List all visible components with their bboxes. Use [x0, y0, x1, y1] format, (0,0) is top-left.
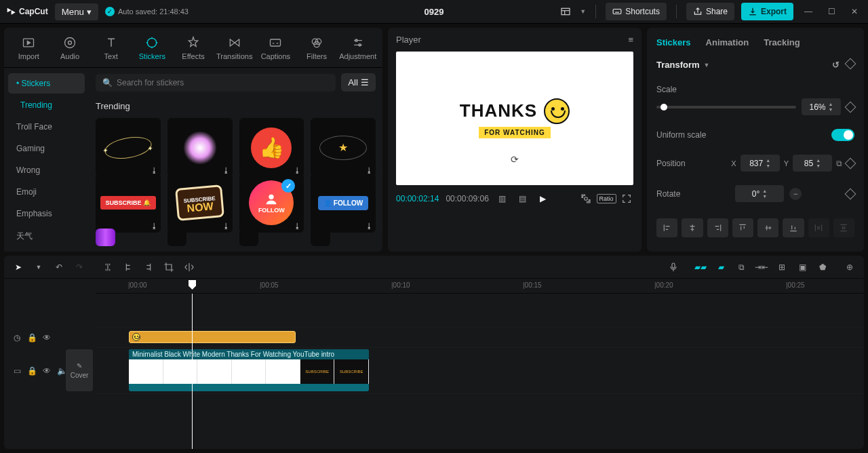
scale-value[interactable]: 16%▲▼	[802, 98, 841, 115]
link-clips-icon[interactable]: ⧉	[734, 260, 749, 275]
lock-icon[interactable]: 🔒	[27, 366, 37, 376]
keyframe-icon[interactable]	[845, 58, 856, 70]
uniform-scale-toggle[interactable]	[831, 129, 854, 141]
share-button[interactable]: Share	[686, 3, 734, 20]
inspector-tab-animation[interactable]: Animation	[706, 37, 749, 47]
trim-left-tool[interactable]	[121, 260, 136, 275]
reset-icon[interactable]: ↺	[832, 60, 840, 70]
fullscreen-icon[interactable]	[620, 192, 633, 205]
keyframe-icon[interactable]	[845, 101, 856, 113]
sticker-subscribe-pill[interactable]: SUBSCRIBE 🔔⭳	[96, 174, 161, 233]
position-y[interactable]: 85▲▼	[793, 155, 832, 172]
category-gaming[interactable]: Gaming	[8, 138, 85, 159]
select-mode-chevron[interactable]: ▼	[31, 260, 46, 275]
eye-icon[interactable]: 👁	[42, 333, 52, 342]
video-preview[interactable]: THANKS FOR WATCHING ⟳	[396, 52, 633, 185]
menu-button[interactable]: Menu▾	[55, 3, 98, 20]
sticker-item[interactable]	[239, 229, 259, 246]
window-minimize-icon[interactable]: —	[800, 3, 816, 20]
tab-effects[interactable]: Effects	[173, 32, 214, 67]
split-tool[interactable]	[100, 260, 115, 275]
snap-icon[interactable]: ⇥⇤	[754, 260, 769, 275]
scale-slider[interactable]	[656, 106, 796, 109]
sticker-follow-badge[interactable]: ✓FOLLOW⭳	[239, 174, 304, 233]
magnet-main-icon[interactable]: ▰▰	[693, 260, 708, 275]
category-wrong[interactable]: Wrong	[8, 160, 85, 180]
timeline-ruler[interactable]: |00:00 |00:05 |00:10 |00:15 |00:20 |00:2…	[96, 279, 864, 294]
tab-import[interactable]: Import	[8, 32, 50, 67]
track-rows[interactable]: ✎ Cover Minimalist Black White Modern Th…	[96, 294, 864, 449]
tab-filters[interactable]: Filters	[296, 32, 338, 67]
rotate-reset[interactable]: −	[789, 188, 802, 200]
clock-icon[interactable]: ◷	[12, 333, 22, 342]
category-weather[interactable]: 天气	[8, 225, 85, 248]
video-track[interactable]: ✎ Cover Minimalist Black White Modern Th…	[96, 348, 864, 394]
category-emoji[interactable]: Emoji	[8, 182, 85, 202]
undo-button[interactable]: ↶	[52, 260, 66, 275]
trim-right-tool[interactable]	[141, 260, 156, 275]
inspector-tab-stickers[interactable]: Stickers	[656, 37, 691, 47]
lock-icon[interactable]: 🔒	[27, 333, 37, 342]
sticker-gold-ring[interactable]: ⭳	[96, 118, 161, 177]
marker-icon[interactable]: ⬟	[815, 260, 830, 275]
tab-text[interactable]: Text	[90, 32, 132, 67]
align-right[interactable]	[707, 218, 728, 237]
record-vo-icon[interactable]	[666, 260, 681, 275]
tab-adjustment[interactable]: Adjustment	[337, 32, 378, 67]
sticker-subscribe-now[interactable]: SUBSCRIBENOW⭳	[167, 174, 233, 233]
cover-button[interactable]: ✎ Cover	[66, 349, 93, 391]
download-icon[interactable]: ⭳	[222, 222, 230, 230]
category-troll-face[interactable]: Troll Face	[8, 117, 85, 137]
sticker-clip[interactable]	[129, 331, 296, 343]
category-root-stickers[interactable]: • Stickers	[8, 73, 85, 94]
select-tool[interactable]: ➤	[11, 260, 26, 275]
align-top[interactable]	[732, 218, 753, 237]
track-option-icon[interactable]: ▣	[795, 260, 810, 275]
tab-audio[interactable]: Audio	[50, 32, 91, 67]
category-trending[interactable]: Trending	[8, 95, 85, 115]
download-icon[interactable]: ⭳	[366, 222, 373, 230]
eye-icon[interactable]: 👁	[42, 366, 52, 376]
category-emphasis[interactable]: Emphasis	[8, 203, 85, 224]
sticker-pink-spark[interactable]: ⭳	[167, 118, 233, 177]
align-hcenter[interactable]	[682, 218, 703, 237]
sticker-track[interactable]	[96, 328, 864, 348]
mute-icon[interactable]: 🔈	[57, 366, 66, 376]
rotate-value[interactable]: 0°▲▼	[735, 185, 784, 202]
keyframe-icon[interactable]	[845, 157, 856, 169]
layout-presets-button[interactable]	[558, 4, 573, 19]
chevron-down-icon[interactable]: ▼	[704, 62, 710, 68]
sticker-thumbs-up[interactable]: 👍⭳	[239, 118, 304, 177]
crop-icon[interactable]	[579, 192, 593, 205]
link-icon[interactable]: ⧉	[836, 159, 842, 168]
tab-captions[interactable]: Captions	[255, 32, 296, 67]
inspector-tab-tracking[interactable]: Tracking	[764, 37, 800, 47]
sticker-purple-glow[interactable]	[96, 229, 115, 246]
keyframe-icon[interactable]	[845, 188, 856, 199]
download-icon[interactable]: ⭳	[294, 222, 301, 230]
search-box[interactable]: 🔍	[96, 74, 336, 92]
sticker-star-orbit[interactable]: ⭳	[311, 118, 376, 177]
player-menu-icon[interactable]: ≡	[628, 35, 633, 45]
filter-all-button[interactable]: All ☰	[341, 73, 376, 92]
crop-tool[interactable]	[161, 260, 176, 275]
video-clip[interactable]: Minimalist Black White Modern Thanks For…	[129, 349, 369, 391]
align-left[interactable]	[656, 218, 677, 237]
sticker-follow-pill[interactable]: 👤 FOLLOW⭳	[311, 174, 376, 233]
video-icon[interactable]: ▭	[12, 366, 22, 376]
tab-transitions[interactable]: Transitions	[214, 32, 255, 67]
ratio-button[interactable]: Ratio	[599, 192, 613, 205]
shortcuts-button[interactable]: Shortcuts	[606, 3, 667, 20]
magnet-track-icon[interactable]: ▰	[713, 260, 728, 275]
export-button[interactable]: Export	[741, 3, 793, 20]
align-vcenter[interactable]	[757, 218, 778, 237]
align-bottom[interactable]	[783, 218, 804, 237]
play-button[interactable]: ▶	[536, 192, 550, 205]
compare-b-icon[interactable]: ▤	[516, 192, 530, 205]
search-input[interactable]	[117, 78, 329, 87]
sticker-item[interactable]	[167, 229, 187, 246]
window-close-icon[interactable]: ✕	[846, 3, 863, 20]
preview-axis-icon[interactable]: ⊞	[774, 260, 789, 275]
zoom-timeline-icon[interactable]: ⊕	[842, 260, 857, 275]
mirror-tool[interactable]	[182, 260, 197, 275]
